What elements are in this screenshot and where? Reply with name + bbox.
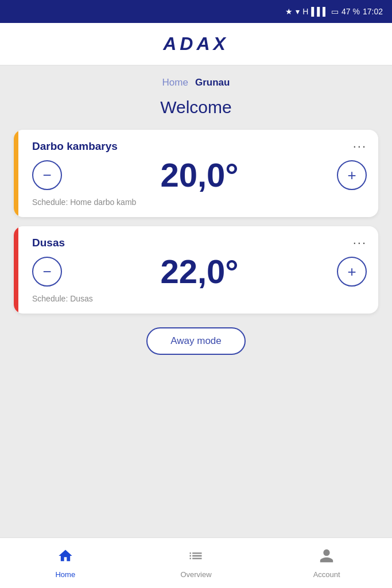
- away-mode-button[interactable]: Away mode: [146, 327, 246, 355]
- increase-temp-darbo[interactable]: +: [337, 160, 367, 190]
- battery-icon: ▭: [331, 7, 339, 16]
- card-status-bar-dusas: [14, 226, 18, 314]
- wifi-icon: ▾: [296, 7, 300, 16]
- account-nav-icon: [319, 548, 335, 568]
- decrease-temp-dusas[interactable]: −: [32, 257, 62, 287]
- nav-label-home: Home: [55, 570, 75, 579]
- card-header-darbo: Darbo kambarys ···: [25, 140, 367, 153]
- bottom-navigation: Home Overview Account: [0, 537, 392, 588]
- card-body-darbo: − 20,0° +: [25, 158, 367, 192]
- device-card-darbo: Darbo kambarys ··· − 20,0° + Schedule: H…: [14, 130, 378, 217]
- device-card-dusas: Dusas ··· − 22,0° + Schedule: Dusas: [14, 226, 378, 314]
- app-logo: ADAX: [163, 33, 229, 55]
- welcome-title: Welcome: [160, 98, 231, 117]
- nav-item-home[interactable]: Home: [42, 548, 88, 579]
- device-name-darbo: Darbo kambarys: [32, 140, 118, 153]
- battery-percentage: 47 %: [341, 7, 360, 16]
- breadcrumb-active[interactable]: Grunau: [195, 77, 230, 88]
- main-content: Home Grunau Welcome Darbo kambarys ··· −…: [0, 65, 392, 537]
- signal-icon: H: [302, 7, 308, 16]
- breadcrumb-home[interactable]: Home: [162, 77, 188, 88]
- temperature-darbo: 20,0°: [160, 158, 238, 192]
- schedule-dusas: Schedule: Dusas: [25, 294, 367, 303]
- bluetooth-icon: ★: [285, 7, 293, 16]
- nav-label-account: Account: [313, 570, 340, 579]
- clock: 17:02: [363, 7, 383, 16]
- decrease-temp-darbo[interactable]: −: [32, 160, 62, 190]
- card-body-dusas: − 22,0° +: [25, 255, 367, 288]
- card-status-bar-darbo: [14, 130, 18, 217]
- status-bar: ★ ▾ H ▌▌▌ ▭ 47 % 17:02: [0, 0, 392, 23]
- signal-bars-icon: ▌▌▌: [311, 7, 328, 16]
- temperature-dusas: 22,0°: [160, 255, 238, 288]
- device-name-dusas: Dusas: [32, 237, 65, 249]
- nav-label-overview: Overview: [180, 570, 211, 579]
- nav-item-account[interactable]: Account: [304, 548, 350, 579]
- overview-nav-icon: [188, 548, 204, 568]
- status-icons: ★ ▾ H ▌▌▌ ▭ 47 % 17:02: [285, 7, 383, 16]
- schedule-darbo: Schedule: Home darbo kamb: [25, 198, 367, 207]
- device-menu-dusas[interactable]: ···: [353, 237, 367, 249]
- device-menu-darbo[interactable]: ···: [353, 140, 367, 153]
- increase-temp-dusas[interactable]: +: [337, 257, 367, 287]
- card-header-dusas: Dusas ···: [25, 237, 367, 249]
- nav-item-overview[interactable]: Overview: [173, 548, 219, 579]
- breadcrumb: Home Grunau: [162, 77, 230, 88]
- home-nav-icon: [57, 548, 73, 568]
- app-header: ADAX: [0, 23, 392, 65]
